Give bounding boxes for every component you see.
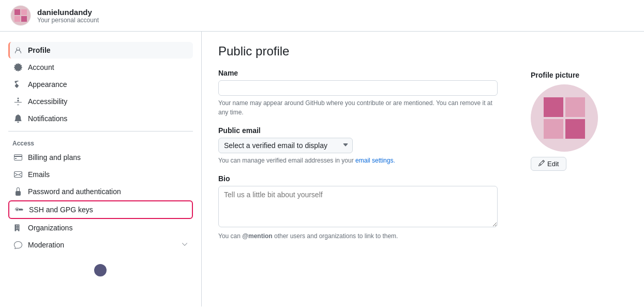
bio-hint-post: other users and organizations to link to… (273, 232, 398, 240)
sidebar-item-emails[interactable]: Emails (8, 166, 193, 183)
sidebar-item-profile[interactable]: Profile (8, 42, 193, 59)
email-select[interactable]: Select a verified email to display (218, 138, 353, 153)
sidebar-item-appearance[interactable]: Appearance (8, 76, 193, 93)
name-input[interactable] (218, 80, 498, 96)
main-content: Public profile Name Your name may appear… (202, 32, 644, 306)
person-icon (13, 46, 23, 55)
content-row: Name Your name may appear around GitHub … (218, 69, 627, 250)
sidebar-item-appearance-label: Appearance (28, 80, 67, 89)
sidebar-item-notifications-label: Notifications (28, 114, 67, 123)
sidebar-item-emails-label: Emails (28, 170, 50, 179)
form-section: Name Your name may appear around GitHub … (218, 69, 498, 250)
key-icon (14, 205, 24, 214)
email-select-wrapper: Select a verified email to display (218, 138, 353, 153)
lock-icon (13, 187, 23, 196)
sidebar-item-accessibility[interactable]: Accessibility (8, 93, 193, 110)
comment-icon (13, 240, 23, 250)
sidebar-item-moderation-label: Moderation (28, 241, 64, 249)
bio-hint: You can @mention other users and organiz… (218, 231, 498, 241)
edit-button[interactable]: Edit (531, 157, 566, 171)
sidebar-item-ssh[interactable]: SSH and GPG keys (8, 200, 193, 219)
sidebar-item-ssh-label: SSH and GPG keys (29, 206, 93, 214)
sidebar-item-password[interactable]: Password and authentication (8, 183, 193, 200)
email-group: Public email Select a verified email to … (218, 126, 498, 165)
edit-button-label: Edit (547, 160, 559, 168)
sidebar-item-moderation[interactable]: Moderation (8, 237, 193, 253)
email-hint-pre: You can manage verified email addresses … (218, 157, 355, 164)
bio-group: Bio You can @mention other users and org… (218, 174, 498, 241)
org-icon (13, 223, 23, 232)
top-bar: danielundandy Your personal account (0, 0, 644, 32)
sidebar-item-account[interactable]: Account (8, 59, 193, 76)
email-hint: You can manage verified email addresses … (218, 156, 498, 165)
sidebar-item-accessibility-label: Accessibility (28, 97, 67, 106)
sidebar-item-billing[interactable]: Billing and plans (8, 149, 193, 166)
account-type: Your personal account (37, 17, 99, 24)
sidebar-section-access: Access Billing and plans Ema (0, 136, 201, 253)
email-settings-link[interactable]: email settings. (355, 157, 395, 164)
sidebar-item-account-label: Account (28, 63, 54, 71)
mail-icon (13, 170, 23, 179)
avatar (10, 5, 31, 26)
access-section-label: Access (8, 136, 193, 149)
user-info: danielundandy Your personal account (37, 8, 99, 24)
sidebar-item-notifications[interactable]: Notifications (8, 110, 193, 127)
bio-hint-pre: You can (218, 232, 242, 240)
sidebar: Profile Account Appearance (0, 32, 202, 306)
sidebar-section-main: Profile Account Appearance (0, 42, 201, 127)
sidebar-item-organizations-label: Organizations (28, 224, 72, 232)
bio-label: Bio (218, 174, 498, 183)
card-icon (13, 153, 23, 162)
page-title: Public profile (218, 44, 627, 59)
username: danielundandy (37, 8, 99, 17)
bell-icon (13, 114, 23, 123)
bio-input[interactable] (218, 186, 498, 227)
sidebar-item-profile-label: Profile (28, 46, 51, 54)
sidebar-item-organizations[interactable]: Organizations (8, 220, 193, 236)
profile-picture-circle (531, 84, 598, 152)
pencil-icon (538, 160, 545, 168)
bio-mention: @mention (242, 232, 272, 240)
paintbrush-icon (13, 80, 23, 89)
chevron-down-icon (182, 241, 188, 249)
email-label: Public email (218, 126, 498, 135)
sidebar-item-billing-label: Billing and plans (28, 153, 81, 162)
name-group: Name Your name may appear around GitHub … (218, 69, 498, 117)
sidebar-item-password-label: Password and authentication (28, 187, 121, 196)
accessibility-icon (13, 97, 23, 106)
name-label: Name (218, 69, 498, 77)
gear-icon (13, 63, 23, 72)
profile-picture-area: Profile picture Edit (531, 71, 598, 250)
profile-picture-label: Profile picture (531, 71, 598, 79)
name-hint: Your name may appear around GitHub where… (218, 98, 498, 117)
